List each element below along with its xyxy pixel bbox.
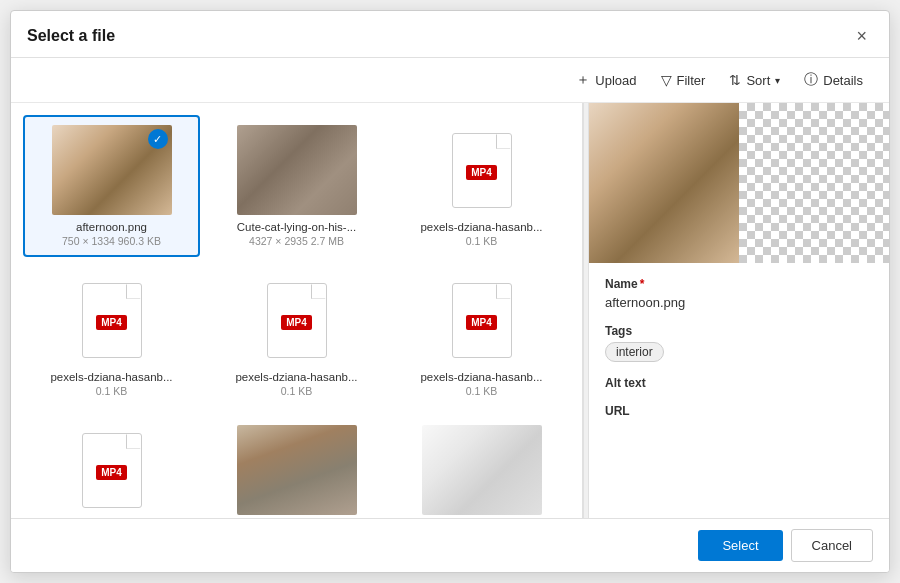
plus-icon: ＋ xyxy=(576,71,590,89)
file-meta: 750 × 1334 960.3 KB xyxy=(62,235,161,247)
file-item[interactable]: MP4 xyxy=(23,415,200,518)
tag-chip[interactable]: interior xyxy=(605,342,664,362)
preview-image xyxy=(589,103,739,263)
file-item[interactable] xyxy=(393,415,570,518)
name-label: Name* xyxy=(605,277,873,291)
thumbnail-container xyxy=(237,425,357,515)
file-item[interactable]: ✓ afternoon.png 750 × 1334 960.3 KB xyxy=(23,115,200,257)
file-name: pexels-dziana-hasanb... xyxy=(50,371,172,383)
mp4-doc-icon: MP4 xyxy=(82,283,142,358)
mp4-doc-icon: MP4 xyxy=(267,283,327,358)
thumbnail-container: MP4 xyxy=(422,275,542,365)
dialog-title: Select a file xyxy=(27,27,115,45)
mp4-doc-icon: MP4 xyxy=(452,283,512,358)
mp4-badge: MP4 xyxy=(281,315,312,330)
detail-info: Name* afternoon.png Tags interior Alt te… xyxy=(589,263,889,518)
file-meta: 0.1 KB xyxy=(96,385,128,397)
details-button[interactable]: ⓘ Details xyxy=(794,66,873,94)
mp4-badge: MP4 xyxy=(466,165,497,180)
url-field: URL xyxy=(605,404,873,418)
select-file-dialog: Select a file × ＋ Upload ▽ Filter ⇅ Sort… xyxy=(10,10,890,573)
name-value: afternoon.png xyxy=(605,295,873,310)
file-name: pexels-dziana-hasanb... xyxy=(420,371,542,383)
file-name: afternoon.png xyxy=(76,221,147,233)
file-item[interactable]: Cute-cat-lying-on-his-... 4327 × 2935 2.… xyxy=(208,115,385,257)
selected-check-badge: ✓ xyxy=(148,129,168,149)
required-marker: * xyxy=(640,277,645,291)
detail-panel: Name* afternoon.png Tags interior Alt te… xyxy=(589,103,889,518)
file-thumbnail-cat2 xyxy=(237,425,357,515)
file-grid: ✓ afternoon.png 750 × 1334 960.3 KB Cute… xyxy=(23,115,570,518)
dialog-header: Select a file × xyxy=(11,11,889,58)
mp4-badge: MP4 xyxy=(96,465,127,480)
filter-button[interactable]: ▽ Filter xyxy=(651,67,716,93)
mp4-badge: MP4 xyxy=(466,315,497,330)
file-thumbnail-kitten xyxy=(422,425,542,515)
file-name: pexels-dziana-hasanb... xyxy=(235,371,357,383)
sort-button[interactable]: ⇅ Sort ▾ xyxy=(719,67,790,93)
cancel-button[interactable]: Cancel xyxy=(791,529,873,562)
file-meta: 0.1 KB xyxy=(466,385,498,397)
select-button[interactable]: Select xyxy=(698,530,782,561)
thumbnail-container xyxy=(237,125,357,215)
sort-icon: ⇅ xyxy=(729,72,741,88)
file-item[interactable]: MP4 pexels-dziana-hasanb... 0.1 KB xyxy=(208,265,385,407)
file-item[interactable]: MP4 pexels-dziana-hasanb... 0.1 KB xyxy=(393,115,570,257)
url-label: URL xyxy=(605,404,873,418)
file-meta: 4327 × 2935 2.7 MB xyxy=(249,235,344,247)
file-item[interactable] xyxy=(208,415,385,518)
file-name: pexels-dziana-hasanb... xyxy=(420,221,542,233)
thumbnail-container: MP4 xyxy=(237,275,357,365)
preview-checker xyxy=(739,103,889,263)
alt-text-label: Alt text xyxy=(605,376,873,390)
file-grid-area: ✓ afternoon.png 750 × 1334 960.3 KB Cute… xyxy=(11,103,583,518)
mp4-badge: MP4 xyxy=(96,315,127,330)
chevron-down-icon: ▾ xyxy=(775,75,780,86)
thumbnail-container xyxy=(422,425,542,515)
file-item[interactable]: MP4 pexels-dziana-hasanb... 0.1 KB xyxy=(23,265,200,407)
content-area: ✓ afternoon.png 750 × 1334 960.3 KB Cute… xyxy=(11,103,889,518)
file-meta: 0.1 KB xyxy=(281,385,313,397)
filter-icon: ▽ xyxy=(661,72,672,88)
thumbnail-container: MP4 xyxy=(422,125,542,215)
file-meta: 0.1 KB xyxy=(466,235,498,247)
tags-field: Tags interior xyxy=(605,324,873,362)
upload-button[interactable]: ＋ Upload xyxy=(566,66,646,94)
info-icon: ⓘ xyxy=(804,71,818,89)
dialog-footer: Select Cancel xyxy=(11,518,889,572)
name-field: Name* afternoon.png xyxy=(605,277,873,310)
mp4-doc-icon: MP4 xyxy=(452,133,512,208)
thumbnail-container: ✓ xyxy=(52,125,172,215)
preview-area xyxy=(589,103,889,263)
file-item[interactable]: MP4 pexels-dziana-hasanb... 0.1 KB xyxy=(393,265,570,407)
file-name: Cute-cat-lying-on-his-... xyxy=(237,221,357,233)
close-button[interactable]: × xyxy=(850,25,873,47)
toolbar: ＋ Upload ▽ Filter ⇅ Sort ▾ ⓘ Details xyxy=(11,58,889,103)
thumbnail-container: MP4 xyxy=(52,425,172,515)
alt-text-field: Alt text xyxy=(605,376,873,390)
thumbnail-container: MP4 xyxy=(52,275,172,365)
file-thumbnail-cat xyxy=(237,125,357,215)
mp4-doc-icon: MP4 xyxy=(82,433,142,508)
tags-label: Tags xyxy=(605,324,873,338)
